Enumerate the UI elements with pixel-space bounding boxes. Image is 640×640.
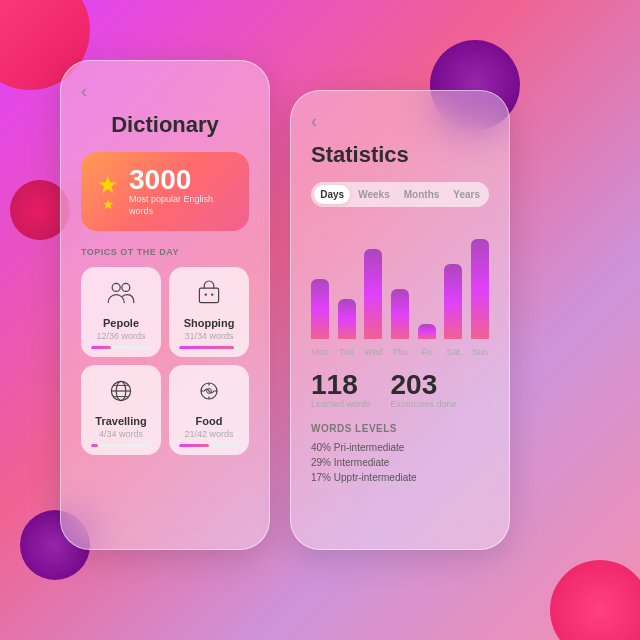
bar-wed [364,249,382,339]
stars-group: ★ ★ [97,173,119,211]
cards-container: ‹ Dictionary ★ ★ 3000 Most popular Engli… [60,60,510,550]
svg-rect-2 [199,289,218,303]
shopping-icon [193,277,225,313]
period-tabs: Days Weeks Months Years [311,182,489,207]
label-sun: Sun [471,347,489,357]
tab-weeks[interactable]: Weeks [352,185,396,204]
bar-sun [471,239,489,339]
label-mon: Mon [311,347,329,357]
topic-item-shopping[interactable]: Shopping 31/34 words [169,267,249,357]
topic-words-pepole: 12/36 words [96,331,145,341]
words-desc: Most popular English words [129,194,233,217]
label-thu: Thu [391,347,409,357]
topic-progress-pepole [91,346,151,349]
stats-back-arrow[interactable]: ‹ [311,111,489,132]
bar-tue [338,299,356,339]
topics-grid: Pepole 12/36 words Shopping 31/34 [81,267,249,455]
topic-item-food[interactable]: Food 21/42 words [169,365,249,455]
topic-item-pepole[interactable]: Pepole 12/36 words [81,267,161,357]
topic-progress-fill-shopping [179,346,234,349]
level-row-2: 29% Intermediate [311,457,489,468]
level-row-1: 40% Pri-intermediate [311,442,489,453]
topic-name-travelling: Travelling [95,415,146,427]
tab-years[interactable]: Years [447,185,486,204]
topic-progress-shopping [179,346,239,349]
learned-words-number: 118 [311,371,371,399]
tab-months[interactable]: Months [398,185,446,204]
topic-name-shopping: Shopping [184,317,235,329]
topics-label: TOPICS OT THE DAY [81,247,249,257]
bar-fri-fill [418,324,436,339]
food-icon [193,375,225,411]
bar-tue-fill [338,299,356,339]
learned-words-label: Learned words [311,399,371,409]
bar-mon [311,279,329,339]
exercises-label: Excercises done [391,399,457,409]
star-big-icon: ★ [97,173,119,197]
level-row-3: 17% Upptr-intermediate [311,472,489,483]
label-wed: Wed [364,347,382,357]
words-banner: ★ ★ 3000 Most popular English words [81,152,249,231]
stats-title: Statistics [311,142,489,168]
label-tue: Tue [338,347,356,357]
bar-thu [391,289,409,339]
stat-learned: 118 Learned words [311,371,371,409]
statistics-card: ‹ Statistics Days Weeks Months Years [290,90,510,550]
topic-name-food: Food [196,415,223,427]
bar-sat-fill [444,264,462,339]
exercises-number: 203 [391,371,457,399]
chart-labels: Mon Tue Wed Thu Fri Sat Sun [311,347,489,357]
stat-exercises: 203 Excercises done [391,371,457,409]
label-fri: Fri [418,347,436,357]
topic-item-travelling[interactable]: Travelling 4/34 words [81,365,161,455]
stats-numbers: 118 Learned words 203 Excercises done [311,371,489,409]
topic-words-travelling: 4/34 words [99,429,143,439]
topic-progress-fill-food [179,444,209,447]
people-icon [105,277,137,313]
dict-title: Dictionary [81,112,249,138]
star-small-icon: ★ [102,197,115,211]
words-info: 3000 Most popular English words [129,166,233,217]
svg-point-3 [205,294,207,296]
bar-fri [418,324,436,339]
words-count: 3000 [129,166,233,194]
bar-chart [311,223,489,343]
travelling-icon [105,375,137,411]
topic-progress-fill-travelling [91,444,98,447]
svg-point-0 [112,284,120,292]
svg-point-4 [211,294,213,296]
bar-thu-fill [391,289,409,339]
topic-name-pepole: Pepole [103,317,139,329]
topic-progress-food [179,444,239,447]
tab-days[interactable]: Days [314,185,350,204]
topic-progress-fill-pepole [91,346,111,349]
bar-mon-fill [311,279,329,339]
bar-sat [444,264,462,339]
topic-words-shopping: 31/34 words [184,331,233,341]
topic-words-food: 21/42 words [184,429,233,439]
topic-progress-travelling [91,444,151,447]
bar-wed-fill [364,249,382,339]
dictionary-card: ‹ Dictionary ★ ★ 3000 Most popular Engli… [60,60,270,550]
label-sat: Sat [444,347,462,357]
bar-sun-fill [471,239,489,339]
bg-decoration-4 [550,560,640,640]
levels-title: WORDS LEVELS [311,423,489,434]
dict-back-arrow[interactable]: ‹ [81,81,249,102]
svg-point-1 [122,284,130,292]
